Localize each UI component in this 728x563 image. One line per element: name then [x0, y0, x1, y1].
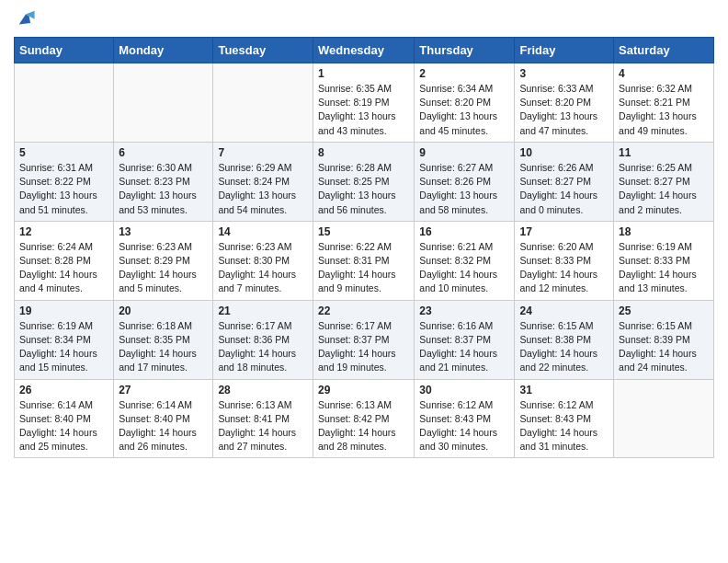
- calendar-cell: 28Sunrise: 6:13 AM Sunset: 8:41 PM Dayli…: [213, 379, 313, 458]
- calendar-cell: 10Sunrise: 6:26 AM Sunset: 8:27 PM Dayli…: [515, 142, 614, 221]
- calendar-cell: 8Sunrise: 6:28 AM Sunset: 8:25 PM Daylig…: [313, 142, 414, 221]
- day-number: 20: [119, 304, 208, 317]
- day-number: 17: [519, 225, 609, 238]
- day-info: Sunrise: 6:19 AM Sunset: 8:33 PM Dayligh…: [619, 240, 709, 296]
- calendar-cell: 9Sunrise: 6:27 AM Sunset: 8:26 PM Daylig…: [415, 142, 515, 221]
- day-info: Sunrise: 6:16 AM Sunset: 8:37 PM Dayligh…: [419, 319, 509, 375]
- day-info: Sunrise: 6:13 AM Sunset: 8:41 PM Dayligh…: [218, 398, 308, 454]
- logo: [14, 9, 36, 29]
- calendar-cell: 21Sunrise: 6:17 AM Sunset: 8:36 PM Dayli…: [213, 300, 313, 379]
- day-info: Sunrise: 6:27 AM Sunset: 8:26 PM Dayligh…: [419, 161, 509, 217]
- calendar-cell: [614, 379, 714, 458]
- day-info: Sunrise: 6:12 AM Sunset: 8:43 PM Dayligh…: [519, 398, 609, 454]
- calendar-cell: 25Sunrise: 6:15 AM Sunset: 8:39 PM Dayli…: [614, 300, 714, 379]
- day-number: 27: [119, 384, 208, 396]
- day-number: 31: [519, 384, 609, 396]
- day-info: Sunrise: 6:24 AM Sunset: 8:28 PM Dayligh…: [19, 240, 108, 296]
- calendar-cell: 29Sunrise: 6:13 AM Sunset: 8:42 PM Dayli…: [313, 379, 414, 458]
- calendar-week-row: 1Sunrise: 6:35 AM Sunset: 8:19 PM Daylig…: [15, 63, 714, 143]
- day-info: Sunrise: 6:29 AM Sunset: 8:24 PM Dayligh…: [218, 161, 308, 217]
- day-number: 15: [318, 225, 409, 238]
- day-number: 16: [419, 225, 509, 238]
- calendar-cell: [114, 63, 213, 143]
- day-number: 30: [419, 384, 509, 396]
- day-number: 11: [619, 146, 709, 159]
- day-info: Sunrise: 6:30 AM Sunset: 8:23 PM Dayligh…: [119, 161, 208, 217]
- day-info: Sunrise: 6:13 AM Sunset: 8:42 PM Dayligh…: [318, 398, 409, 454]
- day-info: Sunrise: 6:32 AM Sunset: 8:21 PM Dayligh…: [619, 82, 709, 138]
- day-number: 28: [218, 384, 308, 396]
- day-number: 19: [19, 304, 108, 317]
- calendar-cell: 6Sunrise: 6:30 AM Sunset: 8:23 PM Daylig…: [114, 142, 213, 221]
- day-number: 24: [519, 304, 609, 317]
- day-number: 18: [619, 225, 709, 238]
- calendar-cell: 22Sunrise: 6:17 AM Sunset: 8:37 PM Dayli…: [313, 300, 414, 379]
- calendar-week-row: 12Sunrise: 6:24 AM Sunset: 8:28 PM Dayli…: [15, 221, 714, 300]
- calendar-cell: 31Sunrise: 6:12 AM Sunset: 8:43 PM Dayli…: [515, 379, 614, 458]
- calendar-week-row: 19Sunrise: 6:19 AM Sunset: 8:34 PM Dayli…: [15, 300, 714, 379]
- day-info: Sunrise: 6:21 AM Sunset: 8:32 PM Dayligh…: [419, 240, 509, 296]
- page-header: [14, 9, 714, 29]
- day-info: Sunrise: 6:17 AM Sunset: 8:36 PM Dayligh…: [218, 319, 308, 375]
- day-info: Sunrise: 6:33 AM Sunset: 8:20 PM Dayligh…: [519, 82, 609, 138]
- day-number: 7: [218, 146, 308, 159]
- day-info: Sunrise: 6:28 AM Sunset: 8:25 PM Dayligh…: [318, 161, 409, 217]
- calendar-cell: 2Sunrise: 6:34 AM Sunset: 8:20 PM Daylig…: [415, 63, 515, 143]
- day-number: 4: [619, 67, 709, 80]
- calendar-cell: 11Sunrise: 6:25 AM Sunset: 8:27 PM Dayli…: [614, 142, 714, 221]
- calendar-cell: 27Sunrise: 6:14 AM Sunset: 8:40 PM Dayli…: [114, 379, 213, 458]
- day-info: Sunrise: 6:18 AM Sunset: 8:35 PM Dayligh…: [119, 319, 208, 375]
- day-info: Sunrise: 6:35 AM Sunset: 8:19 PM Dayligh…: [318, 82, 409, 138]
- calendar-table: SundayMondayTuesdayWednesdayThursdayFrid…: [14, 37, 714, 458]
- day-number: 25: [619, 304, 709, 317]
- day-number: 22: [318, 304, 409, 317]
- day-number: 2: [419, 67, 509, 80]
- calendar-cell: 17Sunrise: 6:20 AM Sunset: 8:33 PM Dayli…: [515, 221, 614, 300]
- day-number: 10: [519, 146, 609, 159]
- calendar-header-row: SundayMondayTuesdayWednesdayThursdayFrid…: [15, 38, 714, 63]
- day-number: 6: [119, 146, 208, 159]
- calendar-cell: 19Sunrise: 6:19 AM Sunset: 8:34 PM Dayli…: [15, 300, 114, 379]
- column-header-tuesday: Tuesday: [213, 38, 313, 63]
- calendar-week-row: 26Sunrise: 6:14 AM Sunset: 8:40 PM Dayli…: [15, 379, 714, 458]
- column-header-sunday: Sunday: [15, 38, 114, 63]
- column-header-thursday: Thursday: [415, 38, 515, 63]
- calendar-cell: 4Sunrise: 6:32 AM Sunset: 8:21 PM Daylig…: [614, 63, 714, 143]
- day-info: Sunrise: 6:20 AM Sunset: 8:33 PM Dayligh…: [519, 240, 609, 296]
- day-number: 14: [218, 225, 308, 238]
- calendar-cell: [213, 63, 313, 143]
- calendar-cell: 15Sunrise: 6:22 AM Sunset: 8:31 PM Dayli…: [313, 221, 414, 300]
- column-header-wednesday: Wednesday: [313, 38, 414, 63]
- calendar-cell: 30Sunrise: 6:12 AM Sunset: 8:43 PM Dayli…: [415, 379, 515, 458]
- day-number: 29: [318, 384, 409, 396]
- day-number: 1: [318, 67, 409, 80]
- calendar-cell: 18Sunrise: 6:19 AM Sunset: 8:33 PM Dayli…: [614, 221, 714, 300]
- calendar-cell: 23Sunrise: 6:16 AM Sunset: 8:37 PM Dayli…: [415, 300, 515, 379]
- day-info: Sunrise: 6:19 AM Sunset: 8:34 PM Dayligh…: [19, 319, 108, 375]
- column-header-friday: Friday: [515, 38, 614, 63]
- calendar-cell: 12Sunrise: 6:24 AM Sunset: 8:28 PM Dayli…: [15, 221, 114, 300]
- calendar-cell: 24Sunrise: 6:15 AM Sunset: 8:38 PM Dayli…: [515, 300, 614, 379]
- day-info: Sunrise: 6:14 AM Sunset: 8:40 PM Dayligh…: [119, 398, 208, 454]
- calendar-cell: 20Sunrise: 6:18 AM Sunset: 8:35 PM Dayli…: [114, 300, 213, 379]
- day-info: Sunrise: 6:34 AM Sunset: 8:20 PM Dayligh…: [419, 82, 509, 138]
- day-info: Sunrise: 6:15 AM Sunset: 8:39 PM Dayligh…: [619, 319, 709, 375]
- day-number: 26: [19, 384, 108, 396]
- column-header-monday: Monday: [114, 38, 213, 63]
- day-number: 5: [19, 146, 108, 159]
- column-header-saturday: Saturday: [614, 38, 714, 63]
- calendar-cell: 5Sunrise: 6:31 AM Sunset: 8:22 PM Daylig…: [15, 142, 114, 221]
- calendar-week-row: 5Sunrise: 6:31 AM Sunset: 8:22 PM Daylig…: [15, 142, 714, 221]
- day-number: 8: [318, 146, 409, 159]
- logo-bird-icon: [16, 9, 36, 29]
- calendar-cell: 16Sunrise: 6:21 AM Sunset: 8:32 PM Dayli…: [415, 221, 515, 300]
- day-info: Sunrise: 6:23 AM Sunset: 8:29 PM Dayligh…: [119, 240, 208, 296]
- calendar-cell: 14Sunrise: 6:23 AM Sunset: 8:30 PM Dayli…: [213, 221, 313, 300]
- calendar-cell: [15, 63, 114, 143]
- calendar-cell: 1Sunrise: 6:35 AM Sunset: 8:19 PM Daylig…: [313, 63, 414, 143]
- day-number: 23: [419, 304, 509, 317]
- calendar-cell: 3Sunrise: 6:33 AM Sunset: 8:20 PM Daylig…: [515, 63, 614, 143]
- day-number: 9: [419, 146, 509, 159]
- day-info: Sunrise: 6:12 AM Sunset: 8:43 PM Dayligh…: [419, 398, 509, 454]
- day-info: Sunrise: 6:25 AM Sunset: 8:27 PM Dayligh…: [619, 161, 709, 217]
